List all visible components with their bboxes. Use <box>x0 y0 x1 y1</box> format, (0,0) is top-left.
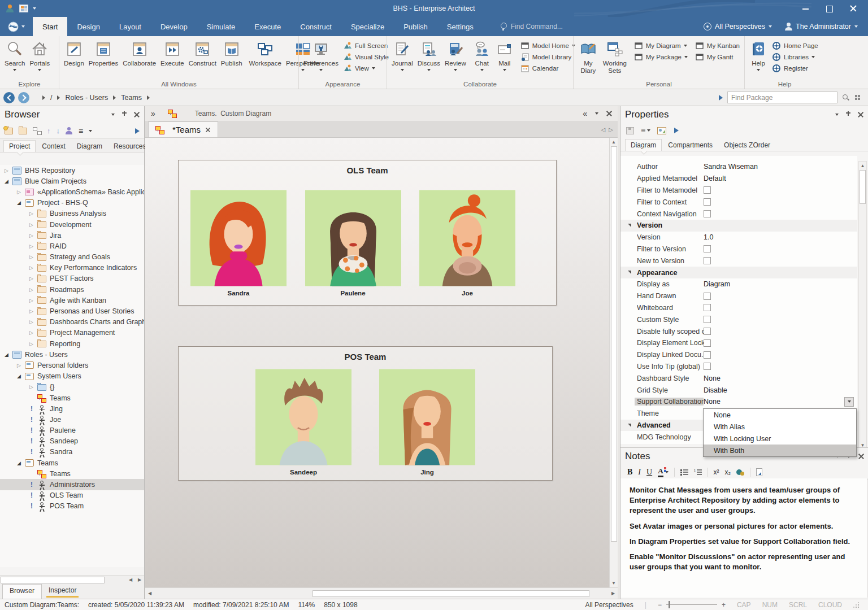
app-menu-caret-icon[interactable] <box>21 25 25 28</box>
tree-item[interactable]: Personas and User Stories <box>0 306 144 316</box>
tree-item[interactable]: «ApplicationSchema» Basic Applic <box>0 186 144 197</box>
discuss-button[interactable]: Discuss <box>415 38 442 73</box>
tree-item[interactable]: Agile with Kanban <box>0 295 144 306</box>
property-checkbox[interactable] <box>704 363 711 370</box>
tree-item[interactable]: Teams <box>0 457 144 468</box>
properties-hamburger-icon[interactable]: ≡ <box>641 127 645 134</box>
tree-item[interactable]: Project - BHS-Q <box>0 198 144 208</box>
register-button[interactable]: Register <box>772 64 818 73</box>
browser-tab[interactable]: Diagram <box>72 141 107 152</box>
hyperlink-globe-icon[interactable] <box>736 468 744 476</box>
tree-item[interactable]: RAID <box>0 241 144 251</box>
breadcrumb-item[interactable]: Roles - Users <box>52 94 108 102</box>
tree-item[interactable]: {} <box>0 382 144 393</box>
scroll-right-icon[interactable]: ▶ <box>135 576 144 584</box>
property-row[interactable]: Version 1.0 <box>620 232 857 243</box>
tree-item[interactable]: Teams <box>0 393 144 403</box>
property-row[interactable]: Hand Drawn <box>620 290 857 302</box>
tree-item[interactable]: Project Management <box>0 328 144 338</box>
properties-scrollbar[interactable]: ▲ ▼ <box>858 161 867 450</box>
tree-expand-icon[interactable] <box>29 330 37 336</box>
notes-close-icon[interactable] <box>858 454 864 459</box>
actor-avatar[interactable]: Jing <box>379 369 475 476</box>
tree-expand-icon[interactable] <box>29 287 37 293</box>
user-filter-icon[interactable] <box>66 127 73 134</box>
appearance-image-icon[interactable] <box>657 127 666 134</box>
property-checkbox[interactable] <box>704 257 711 264</box>
tree-item[interactable]: System Users <box>0 371 144 382</box>
journal-button[interactable]: Journal <box>389 38 415 73</box>
property-row[interactable]: Author Sandra Wiseman <box>620 161 857 173</box>
tab-scroll-left-icon[interactable]: ◁ <box>601 127 606 133</box>
zoom-in-icon[interactable]: + <box>722 601 726 609</box>
subscript-button[interactable]: x₂ <box>725 468 731 476</box>
font-color-button[interactable]: A <box>658 467 663 477</box>
tree-item[interactable]: Joe <box>0 414 144 425</box>
actor-avatar[interactable]: Paulene <box>305 190 401 297</box>
app-logo-icon[interactable] <box>8 21 19 32</box>
property-checkbox[interactable] <box>704 293 711 300</box>
properties-tab[interactable]: Objects ZOrder <box>719 140 775 151</box>
preferences-button[interactable]: Preferences <box>301 38 341 73</box>
underline-button[interactable]: U <box>646 468 652 477</box>
tree-item[interactable]: PEST Factors <box>0 273 144 284</box>
tree-item[interactable]: OLS Team <box>0 490 144 501</box>
tree-expand-icon[interactable] <box>29 254 37 260</box>
actor-avatar[interactable]: Joe <box>419 190 515 297</box>
visual-style-button[interactable]: Visual Style <box>343 53 389 62</box>
actor-avatar[interactable]: Sandra <box>190 190 287 297</box>
italic-button[interactable]: I <box>638 468 641 477</box>
property-row[interactable]: Filter to Context <box>620 196 857 208</box>
new-folder-icon[interactable] <box>19 128 27 134</box>
my-kanban-button[interactable]: My Kanban <box>695 41 740 50</box>
tree-expand-icon[interactable] <box>29 233 37 238</box>
resize-grip[interactable] <box>853 602 859 608</box>
property-row[interactable]: Display Linked Docu... <box>620 349 857 361</box>
ribbon-tab[interactable]: Specialize <box>341 17 394 36</box>
workspace-button[interactable]: Workspace <box>247 38 284 69</box>
collapse-pane-icon[interactable]: « <box>583 109 587 118</box>
browser-forward-icon[interactable] <box>135 128 140 134</box>
home-page-button[interactable]: Home Page <box>772 41 818 50</box>
tree-item[interactable]: Personal folders <box>0 360 144 371</box>
full-screen-button[interactable]: Full Screen <box>343 41 389 50</box>
browser-menu-caret-icon[interactable] <box>111 114 115 116</box>
property-row[interactable]: Display Element Lock... <box>620 337 857 349</box>
property-row[interactable]: Filter to Metamodel <box>620 185 857 197</box>
property-checkbox[interactable] <box>704 328 711 335</box>
tree-expand-icon[interactable] <box>29 276 37 281</box>
tree-expand-icon[interactable] <box>17 189 25 195</box>
property-row[interactable]: Applied Metamodel Default <box>620 173 857 185</box>
property-checkbox[interactable] <box>704 210 711 217</box>
section-collapse-icon[interactable] <box>628 224 631 227</box>
search-button[interactable]: Search <box>2 38 27 73</box>
pane-menu-caret-icon[interactable] <box>595 112 598 115</box>
dropdown-option[interactable]: With Both <box>704 445 856 456</box>
browser-horizontal-scrollbar[interactable]: ◀ ▶ <box>0 575 144 584</box>
find-command-input[interactable] <box>511 23 607 30</box>
tree-expand-icon[interactable] <box>29 319 37 325</box>
property-checkbox[interactable] <box>704 304 711 311</box>
find-command-box[interactable] <box>500 17 607 36</box>
dropdown-option[interactable]: With Locking User <box>704 433 856 445</box>
section-collapse-icon[interactable] <box>628 424 631 427</box>
properties-forward-icon[interactable] <box>674 128 679 133</box>
scrollbar-thumb[interactable] <box>611 146 617 542</box>
ribbon-tab[interactable]: Design <box>67 17 109 36</box>
ribbon-tab[interactable]: Layout <box>110 17 151 36</box>
properties-button[interactable]: Properties <box>86 38 120 69</box>
portals-button[interactable]: Portals <box>27 38 52 73</box>
status-perspectives[interactable]: All Perspectives <box>585 601 633 609</box>
scrollbar-thumb[interactable] <box>860 170 866 204</box>
tree-item[interactable]: Teams <box>0 468 144 479</box>
tree-item[interactable]: POS Team <box>0 501 144 512</box>
tree-expand-icon[interactable] <box>29 341 37 347</box>
property-row[interactable]: Version <box>620 220 857 232</box>
property-dropdown-button[interactable] <box>844 397 854 407</box>
tree-expand-icon[interactable] <box>29 384 37 390</box>
linked-document-icon[interactable] <box>756 468 762 476</box>
bullet-list-button[interactable] <box>680 469 688 476</box>
scroll-left-icon[interactable]: ◀ <box>145 590 154 598</box>
team-boundary-pos[interactable]: POS Team <box>178 346 553 481</box>
property-checkbox[interactable] <box>704 198 711 206</box>
